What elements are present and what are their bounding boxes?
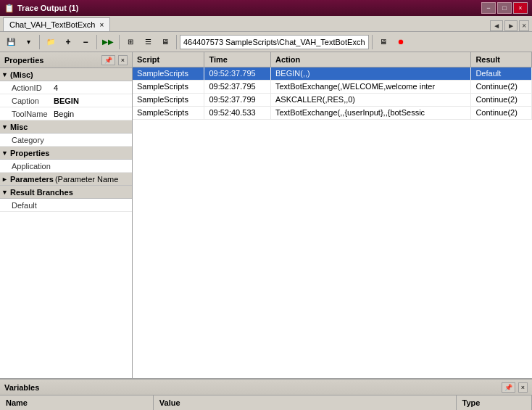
- variables-header: Variables 📌 ×: [0, 380, 532, 395]
- trace-cell-result: Continue(2): [471, 80, 532, 93]
- col-var-name: Name: [0, 395, 153, 410]
- props-row-default: Default: [0, 199, 132, 212]
- main-area: Properties 📌 × ▼ (Misc) ActionID 4 Capti…: [0, 52, 532, 378]
- properties-toggle[interactable]: ▼: [1, 149, 10, 157]
- minimize-button[interactable]: −: [481, 2, 496, 14]
- variables-close-button[interactable]: ×: [518, 382, 528, 393]
- caption-name: Caption: [0, 97, 51, 105]
- properties-header: Properties 📌 ×: [0, 52, 132, 68]
- tab-nav-left[interactable]: ◄: [490, 20, 503, 31]
- list-view-button[interactable]: ☰: [140, 34, 156, 50]
- trace-cell-action: BEGIN(,,): [271, 67, 471, 80]
- properties-close-button[interactable]: ×: [118, 55, 128, 65]
- title-bar-title: Trace Output (1): [17, 4, 78, 12]
- toolbar-sep-1: [39, 35, 40, 49]
- props-section-misc: ▼ (Misc): [0, 68, 132, 81]
- grid-view-button[interactable]: ⊞: [122, 34, 138, 50]
- col-var-type: Type: [456, 395, 531, 410]
- toolname-value: Begin: [51, 110, 132, 118]
- tab-bar: Chat_VAH_TextBotExch × ◄ ► ×: [0, 16, 532, 32]
- toolbar-sep-5: [372, 35, 373, 49]
- trace-row[interactable]: SampleScripts09:52:40.533TextBotExchange…: [133, 106, 532, 119]
- trace-panel: Script Time Action Result SampleScripts0…: [133, 52, 532, 378]
- col-script: Script: [133, 52, 204, 67]
- col-var-value: Value: [153, 395, 456, 410]
- misc-toggle[interactable]: ▼: [1, 71, 10, 78]
- tab-close-icon[interactable]: ×: [99, 21, 104, 29]
- trace-cell-script: SampleScripts: [133, 80, 204, 93]
- toolbar: 💾 ▾ 📁 + − ▶▶ ⊞ ☰ 🖥 464407573 SampleScrip…: [0, 32, 532, 52]
- trace-cell-time: 09:52:37.799: [204, 93, 271, 106]
- trace-cell-script: SampleScripts: [133, 67, 204, 80]
- title-bar: 📋 Trace Output (1) − □ ×: [0, 0, 532, 16]
- tab-nav-right[interactable]: ►: [504, 20, 518, 31]
- col-time: Time: [204, 52, 271, 67]
- app-icon: 📋: [4, 4, 14, 13]
- monitor-button[interactable]: 🖥: [157, 34, 173, 50]
- misc2-toggle[interactable]: ▼: [1, 123, 10, 131]
- run-all-button[interactable]: ▶▶: [100, 34, 116, 50]
- misc-label: (Misc): [10, 70, 33, 79]
- category-name: Category: [0, 136, 51, 144]
- props-row-toolname: ToolName Begin: [0, 107, 132, 120]
- maximize-button[interactable]: □: [497, 2, 512, 14]
- default-name: Default: [0, 201, 51, 210]
- props-row-caption: Caption BEGIN: [0, 94, 132, 107]
- results-toggle[interactable]: ▼: [1, 189, 10, 196]
- props-section-results: ▼ Result Branches: [0, 186, 132, 199]
- close-button[interactable]: ×: [513, 2, 528, 14]
- actionid-name: ActionID: [0, 83, 51, 92]
- trace-cell-result: Default: [471, 67, 532, 80]
- props-row-actionid: ActionID 4: [0, 81, 132, 94]
- toolname-name: ToolName: [0, 110, 51, 118]
- trace-cell-action: TextBotExchange(,WELCOME,welcome inter: [271, 80, 471, 93]
- trace-cell-result: Continue(2): [471, 106, 532, 119]
- remove-button[interactable]: −: [78, 34, 93, 50]
- properties-panel: Properties 📌 × ▼ (Misc) ActionID 4 Capti…: [0, 52, 133, 378]
- save-button[interactable]: 💾: [3, 34, 19, 50]
- properties-tree: ▼ (Misc) ActionID 4 Caption BEGIN ToolNa…: [0, 68, 132, 378]
- trace-header-row: Script Time Action Result: [133, 52, 532, 67]
- trace-cell-action: ASKCALLER(,RES,,0): [271, 93, 471, 106]
- misc2-label: Misc: [10, 123, 28, 131]
- path-display: 464407573 SampleScripts\Chat_VAH_TextBot…: [180, 35, 369, 49]
- col-action: Action: [271, 52, 471, 67]
- trace-cell-result: Continue(2): [471, 93, 532, 106]
- trace-row[interactable]: SampleScripts09:52:37.795TextBotExchange…: [133, 80, 532, 93]
- col-result: Result: [471, 52, 532, 67]
- results-label: Result Branches: [10, 188, 73, 197]
- trace-cell-action: TextBotExchange(,,{userInput},,{botSessi…: [271, 106, 471, 119]
- dropdown-button[interactable]: ▾: [20, 34, 36, 50]
- vars-header-row: Name Value Type: [0, 395, 532, 410]
- variables-pin-button[interactable]: 📌: [502, 382, 515, 393]
- trace-cell-script: SampleScripts: [133, 106, 204, 119]
- props-section-parameters: ► Parameters (Parameter Name: [0, 173, 132, 186]
- trace-cell-time: 09:52:37.795: [204, 80, 271, 93]
- variables-panel: Variables 📌 × Name Value Type __abandone…: [0, 378, 532, 410]
- tab-nav: ◄ ► ×: [490, 20, 532, 31]
- trace-cell-script: SampleScripts: [133, 93, 204, 106]
- trace-row[interactable]: SampleScripts09:52:37.795BEGIN(,,)Defaul…: [133, 67, 532, 80]
- parameters-toggle[interactable]: ►: [1, 176, 10, 183]
- trace-cell-time: 09:52:40.533: [204, 106, 271, 119]
- open-button[interactable]: 📁: [43, 34, 59, 50]
- trace-scroll[interactable]: Script Time Action Result SampleScripts0…: [133, 52, 532, 378]
- toolbar-sep-4: [176, 35, 177, 49]
- props-section-misc2: ▼ Misc: [0, 120, 132, 134]
- tab-nav-close[interactable]: ×: [519, 20, 529, 31]
- parameters-label: Parameters: [10, 175, 54, 184]
- variables-scroll[interactable]: Name Value Type __abandoned0Variable__ac…: [0, 395, 532, 410]
- add-button[interactable]: +: [60, 34, 76, 50]
- properties-title: Properties: [4, 56, 99, 65]
- trace-row[interactable]: SampleScripts09:52:37.799ASKCALLER(,RES,…: [133, 93, 532, 106]
- properties-pin-button[interactable]: 📌: [101, 55, 115, 65]
- tab-chat-vah[interactable]: Chat_VAH_TextBotExch ×: [3, 17, 110, 31]
- variables-title: Variables: [4, 383, 499, 392]
- props-row-application: Application: [0, 160, 132, 173]
- screen-button[interactable]: 🖥: [375, 34, 391, 50]
- toolbar-sep-2: [96, 35, 97, 49]
- parameters-value: (Parameter Name: [55, 175, 118, 184]
- record-button[interactable]: ⏺: [393, 34, 409, 50]
- props-section-properties: ▼ Properties: [0, 147, 132, 160]
- actionid-value: 4: [51, 83, 132, 92]
